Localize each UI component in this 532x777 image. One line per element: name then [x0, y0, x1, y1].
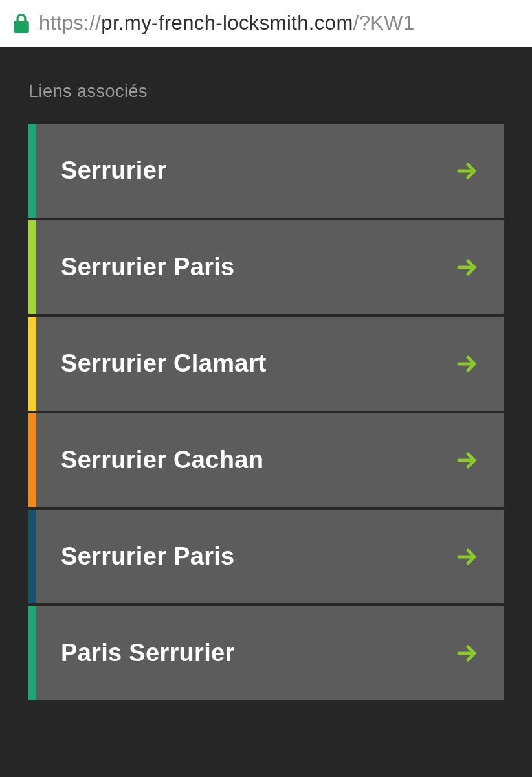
url-bar[interactable]: https://pr.my-french-locksmith.com/?KW1 — [0, 0, 532, 47]
link-label: Serrurier Clamart — [36, 350, 457, 377]
color-bar — [28, 413, 36, 507]
link-label: Serrurier Paris — [36, 543, 457, 570]
url-prefix: https:// — [39, 12, 101, 35]
arrow-right-icon — [457, 546, 504, 567]
link-item-serrurier-paris-2[interactable]: Serrurier Paris — [28, 510, 504, 603]
url-domain: pr.my-french-locksmith.com — [101, 12, 353, 35]
link-item-serrurier-clamart[interactable]: Serrurier Clamart — [28, 317, 504, 411]
arrow-right-icon — [457, 161, 504, 181]
lock-icon — [13, 14, 30, 33]
url-suffix: /?KW1 — [353, 12, 415, 35]
section-title: Liens associés — [28, 82, 504, 102]
link-item-paris-serrurier[interactable]: Paris Serrurier — [28, 606, 504, 700]
color-bar — [28, 510, 36, 603]
link-item-serrurier-paris[interactable]: Serrurier Paris — [28, 220, 504, 314]
links-list: Serrurier Serrurier Paris Serrurier Clam… — [28, 124, 504, 700]
color-bar — [28, 220, 36, 314]
arrow-right-icon — [457, 643, 504, 664]
color-bar — [28, 317, 36, 411]
color-bar — [28, 124, 36, 218]
link-item-serrurier-cachan[interactable]: Serrurier Cachan — [28, 413, 504, 507]
link-label: Serrurier Paris — [36, 253, 457, 281]
color-bar — [28, 606, 36, 700]
link-label: Paris Serrurier — [36, 639, 457, 667]
arrow-right-icon — [457, 450, 504, 471]
content-area: Liens associés Serrurier Serrurier Paris… — [0, 47, 532, 777]
arrow-right-icon — [457, 354, 504, 374]
arrow-right-icon — [457, 257, 504, 278]
link-item-serrurier[interactable]: Serrurier — [28, 124, 504, 218]
link-label: Serrurier — [36, 157, 457, 185]
link-label: Serrurier Cachan — [36, 446, 457, 474]
